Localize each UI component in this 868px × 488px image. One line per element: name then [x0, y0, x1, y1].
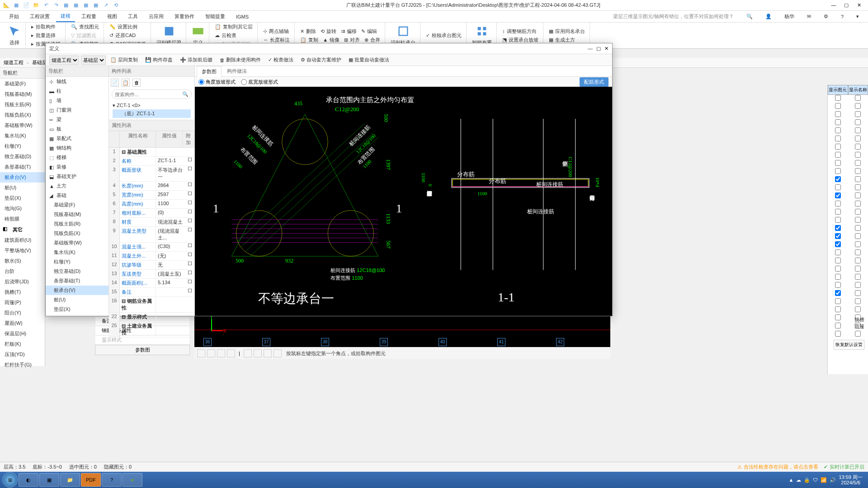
- qa-icon[interactable]: ▦: [72, 2, 80, 9]
- param-tab[interactable]: 参数图: [95, 345, 190, 355]
- show-element-check[interactable]: [835, 241, 841, 247]
- taskbar-app[interactable]: 📁: [60, 473, 80, 487]
- tray-icon[interactable]: 🔒: [804, 477, 810, 483]
- sidebar-item[interactable]: 筏板负筋(X): [0, 110, 45, 120]
- show-name-check[interactable]: [855, 111, 861, 117]
- show-element-check[interactable]: [835, 192, 841, 198]
- search-icon[interactable]: 🔍: [742, 12, 757, 21]
- menu-item[interactable]: 云应用: [144, 11, 168, 22]
- nav-item[interactable]: ◢基础: [46, 191, 108, 200]
- show-element-check[interactable]: [835, 144, 841, 150]
- nav-item[interactable]: 基础梁(F): [46, 200, 108, 210]
- show-name-check[interactable]: [855, 274, 861, 280]
- ribbon-btn[interactable]: ⊹两点辅轴: [261, 28, 292, 35]
- snap-icon[interactable]: [207, 349, 215, 357]
- sidebar-item[interactable]: 筏板基础(M): [0, 89, 45, 99]
- show-name-check[interactable]: [855, 152, 861, 158]
- notif-icon[interactable]: ✉: [802, 12, 816, 21]
- property-row[interactable]: 22⊟ 显示样式: [109, 313, 194, 322]
- sidebar-item[interactable]: 压顶(YD): [0, 349, 45, 360]
- taskbar-app[interactable]: PDF: [81, 473, 101, 487]
- mirror-btn[interactable]: ▲镜像: [321, 36, 341, 44]
- menu-item[interactable]: 工程设置: [25, 11, 54, 22]
- ribbon-btn[interactable]: ↔长度标注: [261, 36, 292, 44]
- start-button[interactable]: ⊞: [2, 472, 18, 488]
- search-input[interactable]: [115, 92, 182, 97]
- edit-btn[interactable]: ✎编辑: [359, 28, 379, 35]
- menu-item[interactable]: IGMS: [231, 12, 253, 21]
- nav-item[interactable]: 集水坑(K): [46, 248, 108, 257]
- nav-item[interactable]: ⬓基础支护: [46, 172, 108, 181]
- qa-icon[interactable]: 📁: [33, 2, 40, 9]
- sidebar-item[interactable]: 砖胎膜: [0, 214, 45, 224]
- sidebar-item[interactable]: 雨篷(P): [0, 297, 45, 308]
- show-name-check[interactable]: [855, 184, 861, 190]
- sidebar-item[interactable]: 屋面(W): [0, 318, 45, 328]
- ribbon-btn[interactable]: ▸拾取构件: [29, 23, 62, 31]
- show-name-check[interactable]: [855, 217, 861, 223]
- select-button[interactable]: 选择: [6, 24, 23, 47]
- nav-item[interactable]: 筏板负筋(X): [46, 229, 108, 238]
- show-element-check[interactable]: [835, 298, 841, 304]
- qa-icon[interactable]: ▦: [13, 2, 20, 9]
- search-icon[interactable]: 🔍: [182, 91, 189, 97]
- show-element-check[interactable]: [835, 323, 841, 328]
- property-row[interactable]: 4长度(mm)2864☐: [109, 182, 194, 191]
- rotate-btn[interactable]: ⟲旋转: [319, 28, 338, 35]
- nav-item[interactable]: ▬柱: [46, 86, 108, 96]
- show-name-check[interactable]: [855, 127, 861, 133]
- rebar-form-button[interactable]: 配筋形式: [580, 77, 609, 87]
- user-name[interactable]: 杨华: [780, 11, 799, 22]
- qa-redo-icon[interactable]: ↷: [52, 2, 60, 9]
- nav-item[interactable]: ▲土方: [46, 181, 108, 191]
- tree-node[interactable]: ▾ ZCT-1 <0>: [113, 102, 191, 109]
- sidebar-item[interactable]: 平整场地(V): [0, 245, 45, 256]
- property-row[interactable]: 5宽度(mm)2597☐: [109, 191, 194, 200]
- ribbon-btn[interactable]: ▽过滤图元: [69, 32, 101, 39]
- snap-icon[interactable]: [254, 349, 262, 357]
- show-element-check[interactable]: [835, 225, 841, 231]
- minimize-icon[interactable]: —: [588, 46, 593, 52]
- radio-angle[interactable]: 角度放坡形式: [198, 79, 236, 85]
- property-row[interactable]: 11混凝土外...(无)☐: [109, 252, 194, 261]
- show-name-check[interactable]: [855, 331, 861, 337]
- property-row[interactable]: 13泵送类型(混凝土泵)☐: [109, 270, 194, 279]
- taskbar-app[interactable]: ▦: [39, 473, 59, 487]
- ribbon-btn[interactable]: ↕调整钢筋方向: [500, 28, 540, 35]
- show-element-check[interactable]: [835, 168, 841, 174]
- show-element-check[interactable]: [835, 274, 841, 280]
- ribbon-btn[interactable]: ▦应用同名承台: [547, 28, 587, 35]
- settings-icon[interactable]: ⚙: [819, 12, 833, 21]
- property-row[interactable]: 1⊟ 基础属性: [109, 148, 194, 157]
- align-btn[interactable]: ⊞对齐: [342, 36, 362, 44]
- nav-item[interactable]: 垫层(X): [46, 305, 108, 314]
- qa-icon[interactable]: ▦: [62, 2, 70, 9]
- tree-leaf[interactable]: （底）ZCT-1-1: [113, 109, 191, 118]
- offset-btn[interactable]: ⇉偏移: [339, 28, 359, 35]
- nav-item[interactable]: 基础板带(W): [46, 238, 108, 248]
- nav-item[interactable]: 桩承台(V): [46, 286, 108, 295]
- sidebar-item[interactable]: 基础板带(W): [0, 120, 45, 131]
- menu-item[interactable]: 智能提量: [201, 11, 230, 22]
- property-row[interactable]: 7相对底标...(0)☐: [109, 209, 194, 218]
- property-row[interactable]: 25⊟ 土建业务属性: [109, 322, 194, 338]
- show-element-check[interactable]: [835, 314, 841, 320]
- sidebar-item[interactable]: 台阶: [0, 266, 45, 277]
- show-name-check[interactable]: [855, 119, 861, 125]
- show-name-check[interactable]: [855, 241, 861, 247]
- sidebar-item[interactable]: 阳台(Y): [0, 308, 45, 318]
- show-name-check[interactable]: [855, 201, 861, 206]
- section-other[interactable]: ◧其它: [0, 224, 45, 235]
- show-element-check[interactable]: [835, 217, 841, 223]
- nav-item[interactable]: 独立基础(D): [46, 267, 108, 276]
- show-element-check[interactable]: [835, 290, 841, 296]
- nav-item[interactable]: ⬚楼梯: [46, 153, 108, 162]
- nav-item[interactable]: ⊹轴线: [46, 77, 108, 86]
- toolbar-btn[interactable]: ⚙自动套方案维护: [298, 56, 344, 64]
- snap-icon[interactable]: [264, 349, 272, 357]
- show-element-check[interactable]: [835, 119, 841, 125]
- show-name-check[interactable]: [855, 249, 861, 255]
- sidebar-item[interactable]: 散水(S): [0, 256, 45, 266]
- qa-icon[interactable]: ⟲: [112, 2, 119, 9]
- cad-canvas[interactable]: 承台范围内主筋之外均匀布置 C12@200 435 500 1397 1133 …: [195, 87, 612, 316]
